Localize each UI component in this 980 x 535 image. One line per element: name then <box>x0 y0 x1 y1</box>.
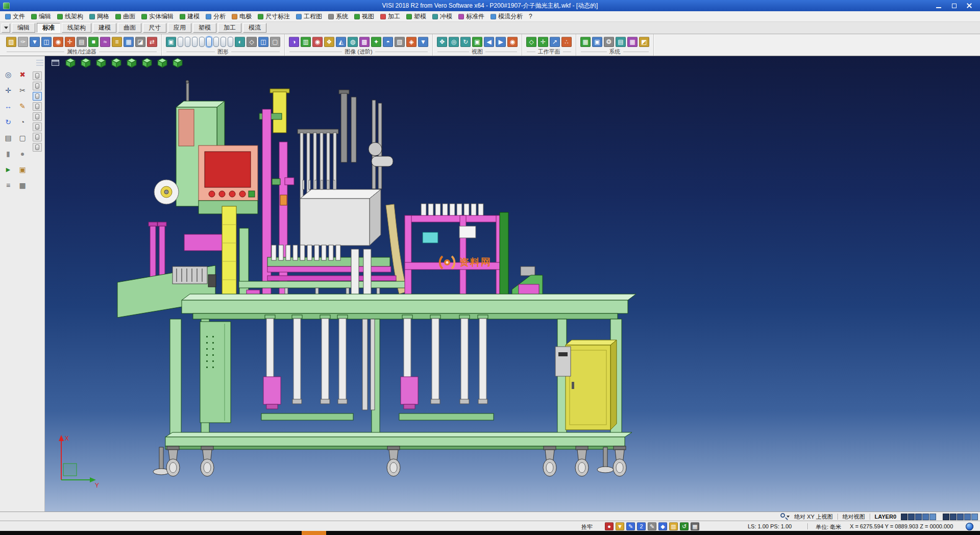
filter-down-icon[interactable]: ▼ <box>30 37 40 47</box>
menu-item-file[interactable]: 文件 <box>2 11 28 21</box>
globe-icon[interactable] <box>966 523 973 530</box>
cylinder-icon[interactable]: ▮ <box>2 148 14 160</box>
grid-icon[interactable]: ▦ <box>16 179 29 191</box>
snap-point-icon[interactable]: ✛ <box>2 84 14 96</box>
graphics-settings-icon[interactable]: ▣ <box>166 37 176 47</box>
line-style-icon[interactable]: ≈ <box>100 37 110 47</box>
swap-attr-icon[interactable]: ⇄ <box>147 37 157 47</box>
sketch-icon[interactable]: ✎ <box>16 100 29 112</box>
tab-dimension[interactable]: 尺寸 <box>143 23 166 33</box>
tab-machining[interactable]: 加工 <box>218 23 241 33</box>
light-icon[interactable]: ◍ <box>348 37 358 47</box>
top-view-icon[interactable] <box>80 57 92 68</box>
cylinder-tool-7-icon[interactable] <box>220 37 226 47</box>
units-indicator[interactable]: 单位: 毫米 <box>816 523 841 531</box>
transparency-icon[interactable]: ▧ <box>395 37 405 47</box>
plane-set-icon[interactable]: ✛ <box>538 37 548 47</box>
zoom-select-icon[interactable]: ◎ <box>2 68 14 81</box>
under-table-equipment[interactable] <box>200 315 617 430</box>
material-icon[interactable]: ❖ <box>324 37 334 47</box>
background-icon[interactable]: ▩ <box>359 37 370 47</box>
system-grid-icon[interactable]: ▦ <box>580 37 591 47</box>
edit-mode-icon[interactable]: ✎ <box>626 522 635 530</box>
ghost-mode-icon[interactable]: ▢ <box>270 37 280 47</box>
attribute-paint-icon[interactable]: ▨ <box>6 37 16 47</box>
viewport-window-icon[interactable] <box>49 57 61 68</box>
layer-color-chip[interactable] <box>964 514 971 520</box>
rotate-icon[interactable]: ↻ <box>2 116 14 128</box>
list-icon[interactable]: ≡ <box>2 179 14 191</box>
machine-model[interactable] <box>117 80 636 476</box>
tab-moldflow[interactable]: 模流 <box>243 23 266 33</box>
shadow-icon[interactable]: ◭ <box>336 37 346 47</box>
layer-indicator[interactable]: LAYER0 <box>875 514 896 520</box>
menu-item-die[interactable]: 冲模 <box>429 11 455 21</box>
select-filter-icon[interactable]: ▦ <box>124 37 134 47</box>
minimize-button[interactable] <box>931 0 946 11</box>
measure-icon[interactable]: ◔ <box>16 116 29 128</box>
folder-icon[interactable]: ▼ <box>616 522 624 530</box>
absolute-view-label[interactable]: 绝对视图 <box>843 513 865 521</box>
zoom-icon[interactable]: ◎ <box>449 37 459 47</box>
entity-toggle-1-icon[interactable] <box>33 71 42 80</box>
menu-item-view[interactable]: 视图 <box>351 11 377 21</box>
layer-color-chip[interactable] <box>971 514 978 520</box>
plane-xy-icon[interactable]: ◇ <box>526 37 536 47</box>
menu-item-mesh[interactable]: 网格 <box>86 11 112 21</box>
render-icon[interactable]: ◉ <box>312 37 323 47</box>
erase-attr-icon[interactable]: ◪ <box>135 37 145 47</box>
shaded-view-icon[interactable] <box>172 57 184 68</box>
move-icon[interactable]: ↔ <box>2 100 14 112</box>
menu-item-solid-edit[interactable]: 实体编辑 <box>138 11 177 21</box>
rotate-view-icon[interactable]: ↻ <box>460 37 471 47</box>
search-view-icon[interactable] <box>779 513 790 521</box>
menu-item-mold[interactable]: 塑模 <box>403 11 429 21</box>
view-list-icon[interactable] <box>34 57 46 68</box>
menu-item-drafting[interactable]: 工程图 <box>293 11 325 21</box>
trim-icon[interactable]: ✂ <box>16 84 29 96</box>
casters[interactable] <box>153 446 626 476</box>
iso-view-icon[interactable] <box>64 57 77 68</box>
texture-icon[interactable]: ▥ <box>301 37 311 47</box>
play-icon[interactable]: ► <box>2 163 14 176</box>
fit-view-icon[interactable]: ▣ <box>472 37 482 47</box>
cylinder-tool-4-icon[interactable] <box>199 37 205 47</box>
entity-toggle-2-icon[interactable] <box>33 82 42 90</box>
layer-color-chip[interactable] <box>901 514 908 520</box>
color-swatch-icon[interactable]: ■ <box>88 37 99 47</box>
image-quality-icon[interactable]: ◑ <box>289 37 299 47</box>
entity-toggle-4-icon[interactable] <box>33 102 42 111</box>
layer-color-chip[interactable] <box>957 514 964 520</box>
sphere-icon[interactable]: ● <box>16 148 29 160</box>
cylinder-tool-8-icon[interactable] <box>228 37 233 47</box>
entity-toggle-5-icon[interactable] <box>33 112 42 121</box>
layers-icon[interactable]: ▤ <box>2 132 14 144</box>
tab-modeling[interactable]: 建模 <box>93 23 116 33</box>
tab-edit[interactable]: 编辑 <box>12 23 35 33</box>
cylinder-tool-1-icon[interactable] <box>178 37 183 47</box>
shading-icon[interactable]: ◐ <box>235 37 245 47</box>
gem-icon[interactable]: ◈ <box>406 37 416 47</box>
layer-color-chip[interactable] <box>929 514 936 520</box>
menu-item-electrode[interactable]: 电极 <box>229 11 255 21</box>
menu-item-standard-parts[interactable]: 标准件 <box>455 11 487 21</box>
system-calc-icon[interactable]: ▤ <box>616 37 626 47</box>
tab-wireframe[interactable]: 线架构 <box>62 23 91 33</box>
sheet-icon[interactable]: ▢ <box>16 132 29 144</box>
system-monitor-icon[interactable]: ▣ <box>592 37 602 47</box>
entity-toggle-3-icon[interactable] <box>33 92 42 101</box>
tab-mold[interactable]: 塑模 <box>193 23 216 33</box>
back-view-icon[interactable] <box>126 57 138 68</box>
count-icon[interactable]: 2 <box>637 522 646 530</box>
system-info-icon[interactable]: ◩ <box>639 37 649 47</box>
menu-item-dimension[interactable]: 尺寸标注 <box>255 11 293 21</box>
menu-item-wireframe[interactable]: 线架构 <box>54 11 86 21</box>
snap-cross-icon[interactable]: ✛ <box>65 37 75 47</box>
menu-item-system[interactable]: 系统 <box>325 11 351 21</box>
clipboard-icon[interactable]: ▣ <box>16 163 29 176</box>
tab-standard[interactable]: 标准 <box>37 23 60 33</box>
taskbar-item[interactable] <box>302 531 326 535</box>
filter-window-icon[interactable]: ◫ <box>41 37 52 47</box>
maximize-button[interactable] <box>946 0 962 11</box>
image-more-icon[interactable]: ▼ <box>418 37 428 47</box>
